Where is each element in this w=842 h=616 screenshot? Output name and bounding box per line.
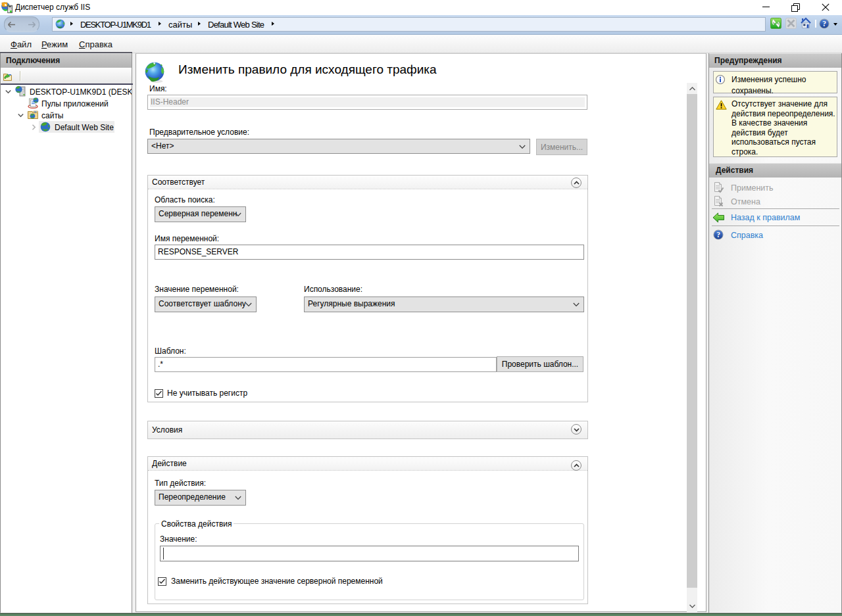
svg-text:?: ? — [822, 20, 826, 28]
svg-text:?: ? — [716, 231, 720, 239]
